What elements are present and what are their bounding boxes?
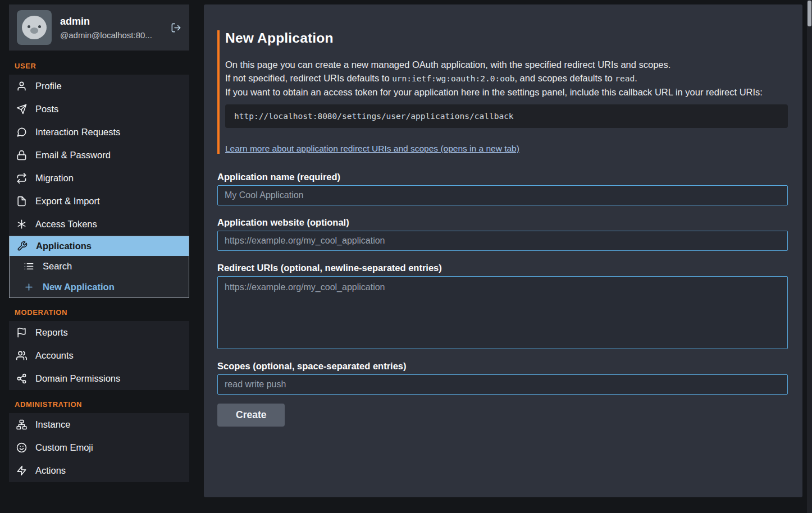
sidebar-item-new-application[interactable]: New Application: [10, 277, 189, 297]
page-scrollbar[interactable]: [807, 0, 812, 513]
sidebar-item-label: Search: [43, 261, 72, 272]
sidebar-item-accounts[interactable]: Accounts: [9, 344, 189, 367]
callback-url: http://localhost:8080/settings/user/appl…: [234, 112, 514, 121]
sidebar-item-posts[interactable]: Posts: [9, 98, 189, 121]
create-button[interactable]: Create: [217, 404, 285, 427]
scopes-label: Scopes (optional, space-separated entrie…: [217, 361, 788, 371]
sidebar-item-label: Access Tokens: [35, 219, 97, 230]
sidebar-item-label: Export & Import: [35, 196, 100, 207]
sidebar-item-interaction-requests[interactable]: Interaction Requests: [9, 121, 189, 144]
scopes-field: Scopes (optional, space-separated entrie…: [217, 361, 788, 395]
sidebar-item-label: Accounts: [35, 350, 74, 361]
page-title: New Application: [225, 30, 788, 46]
sidebar-item-label: Domain Permissions: [35, 373, 120, 384]
callback-url-box: http://localhost:8080/settings/user/appl…: [225, 104, 788, 128]
lock-icon: [16, 150, 27, 161]
sidebar-item-instance[interactable]: Instance: [9, 413, 189, 436]
file-icon: [16, 196, 27, 207]
sidebar-item-applications-search[interactable]: Search: [10, 256, 189, 277]
application-website-input[interactable]: [217, 231, 788, 251]
sidebar-item-label: Instance: [35, 419, 70, 430]
scrollbar-thumb[interactable]: [808, 1, 811, 26]
inline-code-read: read: [615, 74, 635, 83]
nav-block-user: Profile Posts Interaction Requests Email…: [9, 75, 189, 298]
smiley-icon: [16, 442, 27, 453]
application-name-input[interactable]: [217, 185, 788, 205]
paper-plane-icon: [16, 104, 27, 114]
sidebar-item-label: Applications: [36, 241, 92, 251]
user-meta: admin @admin@localhost:80...: [60, 16, 152, 40]
user-icon: [16, 81, 27, 91]
flag-icon: [16, 327, 27, 338]
intro-line-2: If not specified, redirect URIs defaults…: [225, 71, 788, 85]
nav-block-moderation: Reports Accounts Domain Permissions: [9, 321, 189, 390]
network-icon: [16, 373, 27, 384]
new-application-form: Application name (required) Application …: [217, 172, 788, 427]
user-name: admin: [60, 16, 152, 28]
sidebar-item-access-tokens[interactable]: Access Tokens: [9, 213, 189, 236]
applications-group: Applications Search New Application: [9, 236, 189, 298]
user-handle: @admin@localhost:80...: [60, 30, 152, 40]
applications-submenu: Search New Application: [10, 256, 189, 297]
application-name-field: Application name (required): [217, 172, 788, 205]
redirect-uris-label: Redirect URIs (optional, newline-separat…: [217, 263, 788, 273]
intro-line-3: If you want to obtain an access token fo…: [225, 85, 788, 99]
log-out-icon[interactable]: [171, 22, 181, 33]
sidebar-item-label: Posts: [35, 104, 58, 114]
sidebar-item-label: Profile: [35, 81, 62, 91]
app-layout: admin @admin@localhost:80... USER Profil…: [0, 0, 812, 513]
avatar-face: [22, 16, 47, 39]
users-icon: [16, 350, 27, 361]
sidebar-item-label: Email & Password: [35, 150, 111, 161]
sidebar-item-reports[interactable]: Reports: [9, 321, 189, 344]
sidebar-item-label: New Application: [43, 282, 115, 292]
sidebar-item-label: Reports: [35, 327, 68, 338]
sidebar-item-migration[interactable]: Migration: [9, 167, 189, 190]
settings-sidebar: admin @admin@localhost:80... USER Profil…: [0, 0, 199, 513]
sidebar-item-email-password[interactable]: Email & Password: [9, 144, 189, 167]
sidebar-item-actions[interactable]: Actions: [9, 459, 189, 482]
plus-icon: [24, 282, 34, 292]
section-label-administration: ADMINISTRATION: [15, 400, 189, 409]
sidebar-item-custom-emoji[interactable]: Custom Emoji: [9, 436, 189, 459]
intro-line-1: On this page you can create a new manage…: [225, 58, 788, 71]
wrench-icon: [17, 241, 28, 251]
section-label-moderation: MODERATION: [15, 308, 189, 317]
application-name-label: Application name (required): [217, 172, 788, 182]
sitemap-icon: [16, 419, 27, 430]
sidebar-item-label: Interaction Requests: [35, 127, 120, 138]
page-intro: New Application On this page you can cre…: [217, 30, 788, 154]
application-website-label: Application website (optional): [217, 217, 788, 227]
redirect-uris-field: Redirect URIs (optional, newline-separat…: [217, 263, 788, 349]
list-icon: [24, 261, 34, 272]
bolt-icon: [16, 465, 27, 476]
sidebar-item-applications[interactable]: Applications: [10, 236, 189, 256]
avatar: [17, 10, 52, 45]
transfer-arrows-icon: [16, 173, 27, 184]
user-card[interactable]: admin @admin@localhost:80...: [9, 4, 189, 51]
sidebar-item-profile[interactable]: Profile: [9, 75, 189, 98]
application-website-field: Application website (optional): [217, 217, 788, 251]
new-application-panel: New Application On this page you can cre…: [204, 4, 802, 497]
asterisk-icon: [16, 219, 27, 230]
intro-text: On this page you can create a new manage…: [225, 58, 788, 99]
learn-more-link[interactable]: Learn more about application redirect UR…: [225, 144, 519, 154]
inline-code-oob: urn:ietf:wg:oauth:2.0:oob: [392, 74, 514, 83]
redirect-uris-textarea[interactable]: [217, 276, 788, 349]
main-content: New Application On this page you can cre…: [199, 0, 812, 513]
section-label-user: USER: [15, 62, 189, 70]
sidebar-item-label: Custom Emoji: [35, 442, 93, 453]
comment-icon: [16, 127, 27, 138]
sidebar-item-domain-permissions[interactable]: Domain Permissions: [9, 367, 189, 390]
sidebar-item-label: Actions: [35, 465, 66, 476]
scopes-input[interactable]: [217, 374, 788, 395]
sidebar-item-label: Migration: [35, 173, 74, 184]
sidebar-item-export-import[interactable]: Export & Import: [9, 190, 189, 213]
nav-block-administration: Instance Custom Emoji Actions: [9, 413, 189, 482]
